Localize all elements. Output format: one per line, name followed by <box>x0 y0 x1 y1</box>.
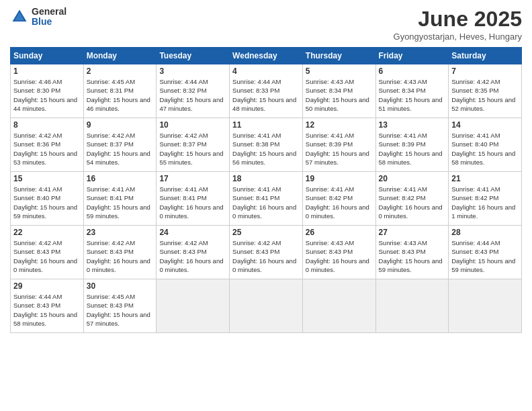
table-row: 11Sunrise: 4:41 AMSunset: 8:38 PMDayligh… <box>230 118 303 172</box>
day-header-friday: Friday <box>375 48 449 64</box>
table-row <box>302 279 375 333</box>
day-info: Sunrise: 4:44 AMSunset: 8:43 PMDaylight:… <box>13 292 81 328</box>
day-number: 28 <box>451 228 519 237</box>
day-info: Sunrise: 4:45 AMSunset: 8:31 PMDaylight:… <box>87 77 154 113</box>
logo-blue: Blue <box>32 17 66 27</box>
day-info: Sunrise: 4:44 AMSunset: 8:33 PMDaylight:… <box>232 77 300 113</box>
table-row: 4Sunrise: 4:44 AMSunset: 8:33 PMDaylight… <box>230 64 303 118</box>
table-row: 2Sunrise: 4:45 AMSunset: 8:31 PMDaylight… <box>83 64 157 118</box>
day-info: Sunrise: 4:41 AMSunset: 8:40 PMDaylight:… <box>451 131 519 167</box>
table-row <box>375 279 449 333</box>
table-row: 23Sunrise: 4:42 AMSunset: 8:43 PMDayligh… <box>83 226 157 279</box>
table-row: 8Sunrise: 4:42 AMSunset: 8:36 PMDaylight… <box>11 118 84 172</box>
day-info: Sunrise: 4:41 AMSunset: 8:38 PMDaylight:… <box>232 131 300 167</box>
table-row: 1Sunrise: 4:46 AMSunset: 8:30 PMDaylight… <box>11 64 84 118</box>
day-number: 6 <box>379 66 446 76</box>
day-info: Sunrise: 4:44 AMSunset: 8:43 PMDaylight:… <box>451 238 519 274</box>
day-info: Sunrise: 4:45 AMSunset: 8:43 PMDaylight:… <box>87 292 154 328</box>
table-row: 15Sunrise: 4:41 AMSunset: 8:40 PMDayligh… <box>11 172 84 226</box>
day-number: 20 <box>379 174 446 183</box>
table-row: 10Sunrise: 4:42 AMSunset: 8:37 PMDayligh… <box>157 118 230 172</box>
day-number: 15 <box>13 174 81 183</box>
table-row: 3Sunrise: 4:44 AMSunset: 8:32 PMDaylight… <box>157 64 230 118</box>
table-row: 13Sunrise: 4:41 AMSunset: 8:39 PMDayligh… <box>375 118 449 172</box>
table-row <box>449 279 522 333</box>
day-header-wednesday: Wednesday <box>230 48 303 64</box>
day-info: Sunrise: 4:42 AMSunset: 8:43 PMDaylight:… <box>232 238 300 274</box>
day-number: 3 <box>159 66 226 76</box>
table-row: 20Sunrise: 4:41 AMSunset: 8:42 PMDayligh… <box>375 172 449 226</box>
logo: General Blue <box>10 7 66 28</box>
day-number: 1 <box>13 66 81 76</box>
day-number: 4 <box>232 66 300 76</box>
day-number: 18 <box>232 174 300 183</box>
page: General Blue June 2025 Gyongyostarjan, H… <box>0 0 532 411</box>
title-block: June 2025 Gyongyostarjan, Heves, Hungary <box>394 7 522 42</box>
day-info: Sunrise: 4:42 AMSunset: 8:36 PMDaylight:… <box>13 131 81 167</box>
day-number: 21 <box>451 174 519 183</box>
logo-icon <box>10 7 29 26</box>
day-info: Sunrise: 4:42 AMSunset: 8:35 PMDaylight:… <box>451 77 519 113</box>
table-row: 21Sunrise: 4:41 AMSunset: 8:42 PMDayligh… <box>449 172 522 226</box>
table-row: 29Sunrise: 4:44 AMSunset: 8:43 PMDayligh… <box>11 279 84 333</box>
day-number: 24 <box>159 228 226 237</box>
table-row <box>157 279 230 333</box>
day-info: Sunrise: 4:44 AMSunset: 8:32 PMDaylight:… <box>159 77 226 113</box>
day-info: Sunrise: 4:43 AMSunset: 8:34 PMDaylight:… <box>379 77 446 113</box>
table-row: 12Sunrise: 4:41 AMSunset: 8:39 PMDayligh… <box>302 118 375 172</box>
day-number: 22 <box>13 228 81 237</box>
day-info: Sunrise: 4:42 AMSunset: 8:37 PMDaylight:… <box>87 131 154 167</box>
table-row: 26Sunrise: 4:43 AMSunset: 8:43 PMDayligh… <box>302 226 375 279</box>
day-header-tuesday: Tuesday <box>157 48 230 64</box>
table-row: 18Sunrise: 4:41 AMSunset: 8:41 PMDayligh… <box>230 172 303 226</box>
day-number: 16 <box>87 174 154 183</box>
day-info: Sunrise: 4:41 AMSunset: 8:39 PMDaylight:… <box>306 131 373 167</box>
logo-general: General <box>32 7 66 17</box>
day-number: 19 <box>306 174 373 183</box>
day-info: Sunrise: 4:43 AMSunset: 8:43 PMDaylight:… <box>306 238 373 274</box>
day-header-saturday: Saturday <box>449 48 522 64</box>
table-row: 6Sunrise: 4:43 AMSunset: 8:34 PMDaylight… <box>375 64 449 118</box>
table-row: 14Sunrise: 4:41 AMSunset: 8:40 PMDayligh… <box>449 118 522 172</box>
day-info: Sunrise: 4:41 AMSunset: 8:42 PMDaylight:… <box>451 185 519 220</box>
day-info: Sunrise: 4:41 AMSunset: 8:42 PMDaylight:… <box>306 185 373 220</box>
table-row: 5Sunrise: 4:43 AMSunset: 8:34 PMDaylight… <box>302 64 375 118</box>
day-info: Sunrise: 4:41 AMSunset: 8:40 PMDaylight:… <box>13 185 81 220</box>
day-info: Sunrise: 4:41 AMSunset: 8:39 PMDaylight:… <box>379 131 446 167</box>
table-row: 24Sunrise: 4:42 AMSunset: 8:43 PMDayligh… <box>157 226 230 279</box>
table-row: 19Sunrise: 4:41 AMSunset: 8:42 PMDayligh… <box>302 172 375 226</box>
table-row: 28Sunrise: 4:44 AMSunset: 8:43 PMDayligh… <box>449 226 522 279</box>
table-row: 7Sunrise: 4:42 AMSunset: 8:35 PMDaylight… <box>449 64 522 118</box>
table-row: 17Sunrise: 4:41 AMSunset: 8:41 PMDayligh… <box>157 172 230 226</box>
day-number: 26 <box>306 228 373 237</box>
day-info: Sunrise: 4:42 AMSunset: 8:43 PMDaylight:… <box>159 238 226 274</box>
location: Gyongyostarjan, Heves, Hungary <box>394 32 522 42</box>
day-number: 10 <box>159 120 226 130</box>
day-info: Sunrise: 4:42 AMSunset: 8:43 PMDaylight:… <box>87 238 154 274</box>
day-info: Sunrise: 4:41 AMSunset: 8:41 PMDaylight:… <box>87 185 154 220</box>
day-number: 29 <box>13 281 81 291</box>
day-info: Sunrise: 4:46 AMSunset: 8:30 PMDaylight:… <box>13 77 81 113</box>
day-number: 30 <box>87 281 154 291</box>
table-row <box>230 279 303 333</box>
month-title: June 2025 <box>394 7 522 32</box>
day-number: 17 <box>159 174 226 183</box>
table-row: 27Sunrise: 4:43 AMSunset: 8:43 PMDayligh… <box>375 226 449 279</box>
day-info: Sunrise: 4:41 AMSunset: 8:41 PMDaylight:… <box>232 185 300 220</box>
day-header-sunday: Sunday <box>11 48 84 64</box>
day-number: 11 <box>232 120 300 130</box>
day-number: 9 <box>87 120 154 130</box>
day-number: 13 <box>379 120 446 130</box>
logo-text: General Blue <box>32 7 66 28</box>
table-row: 30Sunrise: 4:45 AMSunset: 8:43 PMDayligh… <box>83 279 157 333</box>
table-row: 9Sunrise: 4:42 AMSunset: 8:37 PMDaylight… <box>83 118 157 172</box>
day-info: Sunrise: 4:43 AMSunset: 8:43 PMDaylight:… <box>379 238 446 274</box>
day-number: 2 <box>87 66 154 76</box>
day-number: 8 <box>13 120 81 130</box>
day-number: 25 <box>232 228 300 237</box>
day-info: Sunrise: 4:42 AMSunset: 8:37 PMDaylight:… <box>159 131 226 167</box>
day-info: Sunrise: 4:41 AMSunset: 8:41 PMDaylight:… <box>159 185 226 220</box>
day-info: Sunrise: 4:42 AMSunset: 8:43 PMDaylight:… <box>13 238 81 274</box>
day-info: Sunrise: 4:41 AMSunset: 8:42 PMDaylight:… <box>379 185 446 220</box>
day-number: 5 <box>306 66 373 76</box>
